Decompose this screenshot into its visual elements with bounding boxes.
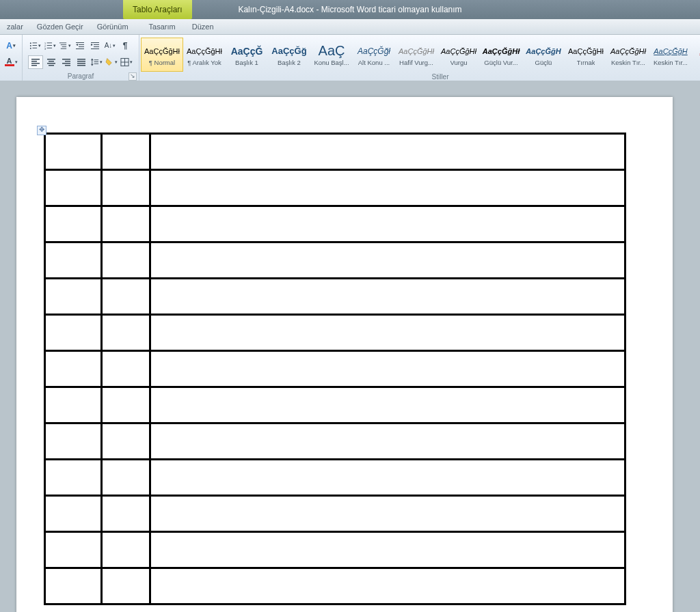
style-item[interactable]: AaÇçĞğłAlt Konu ... bbox=[353, 38, 395, 72]
text-effects-button[interactable]: A bbox=[4, 39, 18, 53]
document-table[interactable] bbox=[44, 133, 626, 605]
style-item[interactable]: AaÇçĞğHKeskin Tır... bbox=[649, 38, 692, 72]
style-item[interactable]: AaÇçĞğHł¶ Aralık Yok bbox=[183, 38, 226, 72]
font-color-button[interactable]: A bbox=[4, 55, 18, 69]
svg-rect-36 bbox=[62, 63, 70, 64]
style-name: ¶ Normal bbox=[149, 59, 175, 66]
table-cell[interactable] bbox=[150, 206, 625, 242]
table-cell[interactable] bbox=[150, 134, 625, 170]
ribbon-tab-cut[interactable]: zalar bbox=[0, 23, 30, 31]
table-row[interactable] bbox=[45, 170, 625, 206]
line-spacing-button[interactable] bbox=[90, 55, 103, 69]
style-item[interactable]: AaÇçĞğHłHafif Vurg... bbox=[395, 38, 438, 72]
table-cell[interactable] bbox=[45, 387, 102, 423]
style-item[interactable]: AaÇçĞğHłKeskin Tır... bbox=[607, 38, 649, 72]
table-cell[interactable] bbox=[150, 532, 625, 568]
page[interactable]: ✥ bbox=[16, 97, 673, 612]
table-cell[interactable] bbox=[45, 423, 102, 460]
styles-gallery[interactable]: AaÇçĞğHł¶ NormalAaÇçĞğHł¶ Aralık YokAaÇç… bbox=[139, 36, 700, 72]
bullets-button[interactable] bbox=[28, 39, 42, 53]
table-row[interactable] bbox=[45, 315, 625, 351]
table-cell[interactable] bbox=[102, 387, 150, 423]
svg-rect-32 bbox=[47, 63, 55, 64]
shading-button[interactable] bbox=[105, 55, 118, 69]
table-cell[interactable] bbox=[45, 568, 102, 604]
table-cell[interactable] bbox=[102, 134, 150, 170]
style-name: Güçlü bbox=[535, 59, 552, 66]
table-cell[interactable] bbox=[150, 351, 625, 387]
style-item[interactable]: AaÇçĞBaşlık 1 bbox=[226, 38, 268, 72]
style-item[interactable]: AaÇçĞğHłVurgu bbox=[438, 38, 480, 72]
table-cell[interactable] bbox=[102, 242, 150, 279]
table-row[interactable] bbox=[45, 423, 625, 460]
table-cell[interactable] bbox=[45, 496, 102, 532]
style-item[interactable]: AAÇÇĞHafif B bbox=[692, 38, 700, 72]
table-cell[interactable] bbox=[102, 532, 150, 568]
table-cell[interactable] bbox=[45, 315, 102, 351]
increase-indent-button[interactable] bbox=[88, 39, 102, 53]
table-cell[interactable] bbox=[102, 496, 150, 532]
borders-button[interactable] bbox=[120, 55, 133, 69]
paragraph-dialog-launcher[interactable]: ↘ bbox=[129, 72, 137, 81]
table-cell[interactable] bbox=[150, 315, 625, 351]
multilevel-list-button[interactable] bbox=[58, 39, 72, 53]
table-row[interactable] bbox=[45, 568, 625, 604]
style-item[interactable]: AaÇçĞğHGüçlü bbox=[522, 38, 565, 72]
table-cell[interactable] bbox=[45, 351, 102, 387]
justify-button[interactable] bbox=[75, 55, 88, 69]
table-cell[interactable] bbox=[45, 170, 102, 206]
align-left-button[interactable] bbox=[28, 55, 43, 69]
table-cell[interactable] bbox=[45, 242, 102, 279]
svg-rect-31 bbox=[49, 61, 54, 62]
table-cell[interactable] bbox=[45, 460, 102, 496]
table-row[interactable] bbox=[45, 134, 625, 170]
table-cell[interactable] bbox=[45, 532, 102, 568]
table-cell[interactable] bbox=[102, 423, 150, 460]
table-cell[interactable] bbox=[150, 279, 625, 315]
table-cell[interactable] bbox=[102, 460, 150, 496]
table-cell[interactable] bbox=[150, 423, 625, 460]
table-cell[interactable] bbox=[45, 279, 102, 315]
table-row[interactable] bbox=[45, 242, 625, 279]
style-item[interactable]: AaÇKonu Başl... bbox=[310, 38, 353, 72]
table-row[interactable] bbox=[45, 496, 625, 532]
table-row[interactable] bbox=[45, 351, 625, 387]
table-move-handle[interactable]: ✥ bbox=[37, 126, 46, 135]
sort-button[interactable]: A↓ bbox=[103, 39, 117, 53]
table-row[interactable] bbox=[45, 279, 625, 315]
table-cell[interactable] bbox=[150, 460, 625, 496]
table-row[interactable] bbox=[45, 387, 625, 423]
table-row[interactable] bbox=[45, 206, 625, 242]
style-preview: AaÇçĞğHł bbox=[399, 44, 434, 59]
svg-rect-45 bbox=[94, 59, 99, 60]
style-item[interactable]: AaÇçĞğHłGüçlü Vur... bbox=[480, 38, 522, 72]
decrease-indent-button[interactable] bbox=[73, 39, 87, 53]
table-cell[interactable] bbox=[150, 568, 625, 604]
table-cell[interactable] bbox=[45, 134, 102, 170]
align-center-button[interactable] bbox=[44, 55, 58, 69]
ribbon-tab-view[interactable]: Görünüm bbox=[90, 23, 135, 31]
table-cell[interactable] bbox=[102, 351, 150, 387]
table-cell[interactable] bbox=[102, 170, 150, 206]
ribbon-tab-layout[interactable]: Düzen bbox=[184, 23, 222, 31]
table-cell[interactable] bbox=[150, 170, 625, 206]
table-cell[interactable] bbox=[102, 206, 150, 242]
table-row[interactable] bbox=[45, 460, 625, 496]
ribbon-tab-design[interactable]: Tasarım bbox=[141, 23, 184, 31]
table-cell[interactable] bbox=[150, 242, 625, 279]
table-cell[interactable] bbox=[150, 496, 625, 532]
table-cell[interactable] bbox=[102, 568, 150, 604]
table-cell[interactable] bbox=[102, 279, 150, 315]
show-paragraph-marks-button[interactable]: ¶ bbox=[118, 39, 132, 53]
numbering-button[interactable]: 123 bbox=[43, 39, 57, 53]
align-right-button[interactable] bbox=[59, 55, 73, 69]
document-area[interactable]: ✥ bbox=[0, 81, 700, 612]
table-cell[interactable] bbox=[102, 315, 150, 351]
style-item[interactable]: AaÇçĞğHłTırnak bbox=[565, 38, 607, 72]
style-item[interactable]: AaÇçĞğBaşlık 2 bbox=[268, 38, 310, 72]
table-cell[interactable] bbox=[150, 387, 625, 423]
table-cell[interactable] bbox=[45, 206, 102, 242]
ribbon-tab-review[interactable]: Gözden Geçir bbox=[30, 23, 90, 31]
style-item[interactable]: AaÇçĞğHł¶ Normal bbox=[141, 38, 183, 72]
table-row[interactable] bbox=[45, 532, 625, 568]
